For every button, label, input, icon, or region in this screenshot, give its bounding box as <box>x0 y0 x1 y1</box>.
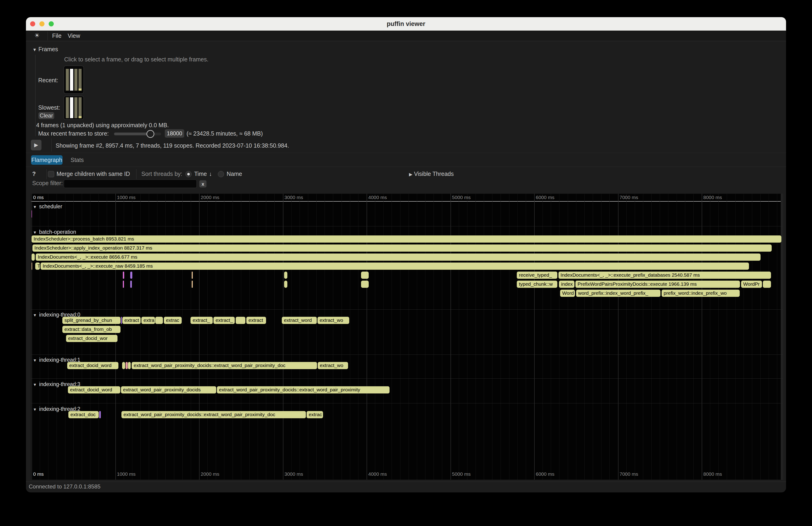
app-window: puffin viewer ☀ File View ▼ Frames Click… <box>26 17 786 493</box>
thread-section-toggle[interactable]: ▼batch-operation <box>33 229 76 235</box>
flame-scope-bar[interactable]: extra <box>141 317 155 324</box>
flamegraph-canvas[interactable]: 0 ms1000 ms2000 ms3000 ms4000 ms5000 ms6… <box>31 194 783 480</box>
desktop-background: puffin viewer ☀ File View ▼ Frames Click… <box>0 0 812 526</box>
flame-scope-bar[interactable]: extract <box>122 317 141 324</box>
frame-preview-bar[interactable] <box>70 97 73 118</box>
flame-scope-bar[interactable] <box>31 210 32 218</box>
flame-scope-bar[interactable]: extract_word <box>282 317 317 324</box>
flame-scope-bar[interactable]: extract_docid_wor <box>66 335 117 342</box>
flame-scope-bar[interactable] <box>130 281 132 288</box>
axis-tick-label: 3000 ms <box>285 195 303 200</box>
flame-scope-bar[interactable] <box>155 317 163 324</box>
flame-scope-bar[interactable]: prefix_word::index_prefix_wo <box>662 290 740 297</box>
flame-scope-bar[interactable]: extract_wo <box>318 362 348 369</box>
flame-scope-bar[interactable]: word_prefix::index_word_prefix_ <box>576 290 661 297</box>
thread-section-toggle[interactable]: ▼scheduler <box>33 203 62 210</box>
flame-scope-bar[interactable] <box>192 281 193 288</box>
tab-flamegraph[interactable]: Flamegraph <box>31 155 62 165</box>
merge-children-checkbox[interactable] <box>48 171 54 177</box>
flame-scope-bar[interactable]: receive_typed_ <box>517 272 557 279</box>
flame-scope-bar[interactable]: extrac <box>164 317 182 324</box>
flame-scope-bar[interactable] <box>192 272 193 279</box>
collapse-triangle-icon: ▼ <box>33 358 37 363</box>
flame-scope-bar[interactable] <box>99 411 101 418</box>
play-button[interactable]: ▶ <box>31 140 42 150</box>
help-button[interactable]: ? <box>32 171 36 177</box>
flame-scope-bar[interactable] <box>128 362 130 369</box>
visible-threads-toggle[interactable]: ▶ Visible Threads <box>409 171 454 177</box>
scope-filter-input[interactable] <box>64 179 197 188</box>
frame-preview-bar[interactable] <box>74 69 77 91</box>
flame-scope-bar[interactable]: Word <box>560 290 575 297</box>
flame-scope-bar[interactable]: extract::data_from_ob <box>62 326 120 333</box>
tab-stats[interactable]: Stats <box>70 155 85 165</box>
flame-scope-bar[interactable] <box>284 272 287 279</box>
flame-scope-bar[interactable]: typed_chunk::w <box>517 281 557 288</box>
collapse-triangle-icon: ▼ <box>33 407 37 412</box>
flame-scope-bar[interactable]: extract_doc <box>68 411 99 418</box>
flame-scope-bar[interactable]: Trans <box>35 263 40 270</box>
sort-by-name-radio[interactable] <box>218 171 224 177</box>
frame-preview-bar[interactable] <box>78 97 82 118</box>
flame-scope-bar[interactable] <box>763 281 771 288</box>
flame-scope-bar[interactable]: IndexScheduler>::apply_index_operation 8… <box>32 245 772 252</box>
flame-scope-bar[interactable]: extract_wo <box>318 317 349 324</box>
flame-scope-bar[interactable]: extract_word_pair_proximity_docids::extr… <box>121 411 306 418</box>
flame-scope-bar[interactable]: extract_docid_word <box>68 386 120 393</box>
frame-preview-bar[interactable] <box>66 97 69 118</box>
flame-scope-bar[interactable]: extract_docid_word <box>67 362 118 369</box>
menu-view[interactable]: View <box>68 32 80 39</box>
title-bar[interactable]: puffin viewer <box>26 17 786 31</box>
frames-section-title: Frames <box>39 46 58 53</box>
flame-scope-bar[interactable]: extract_word_pair_proximity_docids::extr… <box>132 362 317 369</box>
flame-scope-bar[interactable]: extract_ <box>214 317 235 324</box>
axis-tick-label: 0 ms <box>33 471 44 477</box>
flame-scope-bar[interactable]: extract_word_pair_proximity_docids::extr… <box>217 386 390 393</box>
flame-scope-bar[interactable]: extract_word_pair_proximity_docids <box>121 386 216 393</box>
max-frames-value-box[interactable]: 18000 <box>165 129 184 138</box>
flame-scope-bar[interactable]: PrefixWordPairsProximityDocids::execute … <box>576 281 740 288</box>
clear-button[interactable]: Clear <box>39 112 54 119</box>
frames-section-toggle[interactable]: ▼ Frames <box>32 46 58 53</box>
flame-scope-bar[interactable] <box>284 281 287 288</box>
axis-tick-label: 3000 ms <box>285 471 303 477</box>
flame-scope-bar[interactable] <box>236 317 245 324</box>
frame-preview-bar[interactable] <box>70 69 73 91</box>
flame-scope-bar[interactable]: index <box>559 281 575 288</box>
sort-by-time-radio[interactable] <box>185 171 192 177</box>
frame-preview-bar[interactable] <box>74 97 77 118</box>
thread-section-separator <box>31 226 783 227</box>
visible-threads-label: Visible Threads <box>414 171 454 177</box>
slowest-frames-thumbnail[interactable] <box>63 96 84 120</box>
flame-scope-bar[interactable] <box>123 272 124 279</box>
max-frames-slider-knob[interactable] <box>146 130 154 138</box>
axis-tick-label: 6000 ms <box>536 471 554 477</box>
axis-tick-label: 7000 ms <box>620 471 638 477</box>
frame-preview-bar[interactable] <box>66 69 69 91</box>
flame-scope-bar[interactable]: extrac <box>307 411 323 418</box>
collapse-triangle-icon: ▼ <box>32 47 37 52</box>
theme-toggle-sun-icon[interactable]: ☀ <box>34 32 40 39</box>
flame-scope-bar[interactable] <box>123 281 124 288</box>
flame-scope-bar[interactable]: IndexDocuments<_, _>::execute_raw 8459.1… <box>41 263 749 270</box>
frame-preview-bar[interactable] <box>78 69 82 91</box>
flame-scope-bar[interactable] <box>121 317 122 324</box>
flame-scope-bar[interactable] <box>361 281 369 288</box>
flame-scope-bar[interactable] <box>130 272 132 279</box>
flame-scope-bar[interactable]: IndexScheduler>::process_batch 8953.821 … <box>31 235 781 243</box>
flame-scope-bar[interactable] <box>361 272 369 279</box>
flame-scope-bar[interactable]: WordPr <box>741 281 762 288</box>
flame-scope-bar[interactable]: IndexDocuments<_, _>::execute_prefix_dat… <box>559 272 771 279</box>
flame-scope-bar[interactable]: extract <box>246 317 266 324</box>
flame-scope-bar[interactable]: IndexDocuments<_, _>::execute 8656.677 m… <box>36 253 760 261</box>
flame-scope-bar[interactable]: split_grenad_by_chun <box>62 317 120 324</box>
flame-scope-bar[interactable]: extract_ <box>190 317 213 324</box>
menu-file[interactable]: File <box>52 32 61 39</box>
scope-filter-clear-button[interactable]: x <box>199 180 206 188</box>
flame-scope-bar[interactable] <box>122 362 125 369</box>
flame-scope-bar[interactable] <box>31 253 35 261</box>
flame-scope-bar[interactable] <box>31 263 32 270</box>
flame-scope-bar[interactable] <box>126 362 128 369</box>
collapse-triangle-icon: ▼ <box>33 230 37 235</box>
recent-frames-thumbnail[interactable] <box>63 65 84 94</box>
